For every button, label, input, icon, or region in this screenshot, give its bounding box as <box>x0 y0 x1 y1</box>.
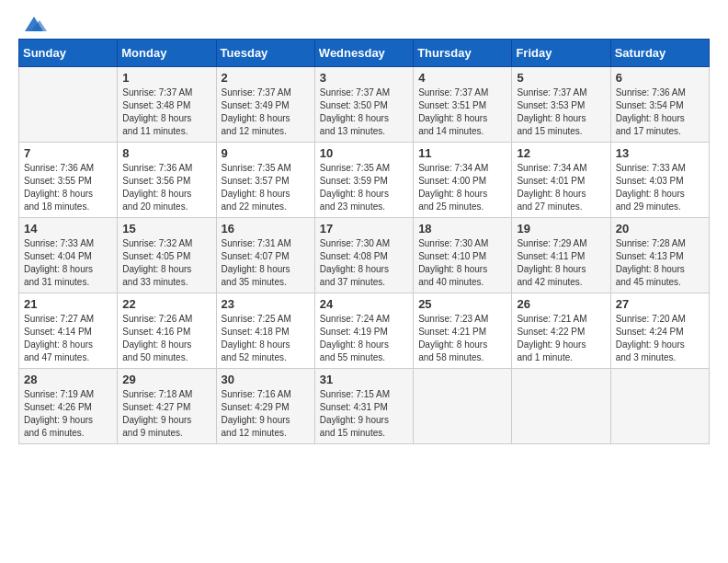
day-number: 29 <box>122 373 210 386</box>
day-number: 17 <box>320 222 408 236</box>
day-number: 24 <box>320 297 408 311</box>
calendar-table: SundayMondayTuesdayWednesdayThursdayFrid… <box>18 39 710 444</box>
calendar-cell: 11Sunrise: 7:34 AMSunset: 4:00 PMDayligh… <box>414 143 512 218</box>
calendar-cell: 5Sunrise: 7:37 AMSunset: 3:53 PMDaylight… <box>512 67 610 143</box>
calendar-cell: 2Sunrise: 7:37 AMSunset: 3:49 PMDaylight… <box>216 67 314 143</box>
day-info: Sunrise: 7:35 AMSunset: 3:57 PMDaylight:… <box>222 162 310 213</box>
calendar-cell: 1Sunrise: 7:37 AMSunset: 3:48 PMDaylight… <box>118 67 216 143</box>
calendar-cell <box>512 369 610 444</box>
day-number: 20 <box>616 222 704 236</box>
day-info: Sunrise: 7:19 AMSunset: 4:26 PMDaylight:… <box>24 388 112 440</box>
calendar-cell: 29Sunrise: 7:18 AMSunset: 4:27 PMDayligh… <box>118 369 216 444</box>
day-info: Sunrise: 7:33 AMSunset: 4:04 PMDaylight:… <box>24 237 112 289</box>
calendar-cell: 25Sunrise: 7:23 AMSunset: 4:21 PMDayligh… <box>414 293 512 369</box>
header-day-sunday: Sunday <box>19 40 118 67</box>
calendar-cell: 27Sunrise: 7:20 AMSunset: 4:24 PMDayligh… <box>610 293 709 369</box>
day-number: 8 <box>122 146 210 160</box>
day-info: Sunrise: 7:37 AMSunset: 3:49 PMDaylight:… <box>222 86 310 138</box>
day-number: 15 <box>122 222 210 236</box>
calendar-cell: 16Sunrise: 7:31 AMSunset: 4:07 PMDayligh… <box>216 218 314 293</box>
day-number: 13 <box>616 146 704 160</box>
header-day-friday: Friday <box>512 40 610 67</box>
day-number: 28 <box>24 373 112 386</box>
day-number: 27 <box>616 297 704 311</box>
calendar-cell: 23Sunrise: 7:25 AMSunset: 4:18 PMDayligh… <box>216 293 314 369</box>
day-info: Sunrise: 7:37 AMSunset: 3:50 PMDaylight:… <box>320 86 408 138</box>
calendar-cell: 8Sunrise: 7:36 AMSunset: 3:56 PMDaylight… <box>118 143 216 218</box>
calendar-cell: 21Sunrise: 7:27 AMSunset: 4:14 PMDayligh… <box>19 293 118 369</box>
day-info: Sunrise: 7:37 AMSunset: 3:51 PMDaylight:… <box>418 86 506 138</box>
day-number: 31 <box>320 373 408 386</box>
day-info: Sunrise: 7:25 AMSunset: 4:18 PMDaylight:… <box>222 313 310 364</box>
day-number: 26 <box>517 297 605 311</box>
calendar-cell: 6Sunrise: 7:36 AMSunset: 3:54 PMDaylight… <box>610 67 709 143</box>
day-info: Sunrise: 7:29 AMSunset: 4:11 PMDaylight:… <box>517 237 605 289</box>
day-info: Sunrise: 7:36 AMSunset: 3:55 PMDaylight:… <box>24 162 112 213</box>
calendar-body: 1Sunrise: 7:37 AMSunset: 3:48 PMDaylight… <box>19 67 710 444</box>
day-number: 7 <box>24 146 112 160</box>
header-day-monday: Monday <box>118 40 216 67</box>
day-info: Sunrise: 7:33 AMSunset: 4:03 PMDaylight:… <box>616 162 704 213</box>
calendar-cell: 13Sunrise: 7:33 AMSunset: 4:03 PMDayligh… <box>610 143 709 218</box>
day-info: Sunrise: 7:37 AMSunset: 3:48 PMDaylight:… <box>122 86 210 138</box>
calendar-week-5: 28Sunrise: 7:19 AMSunset: 4:26 PMDayligh… <box>19 369 710 444</box>
calendar-cell: 30Sunrise: 7:16 AMSunset: 4:29 PMDayligh… <box>216 369 314 444</box>
day-info: Sunrise: 7:31 AMSunset: 4:07 PMDaylight:… <box>222 237 310 289</box>
day-info: Sunrise: 7:37 AMSunset: 3:53 PMDaylight:… <box>517 86 605 138</box>
calendar-cell: 26Sunrise: 7:21 AMSunset: 4:22 PMDayligh… <box>512 293 610 369</box>
day-number: 3 <box>320 71 408 85</box>
calendar-cell <box>610 369 709 444</box>
day-number: 19 <box>517 222 605 236</box>
calendar-cell: 3Sunrise: 7:37 AMSunset: 3:50 PMDaylight… <box>314 67 413 143</box>
header-day-tuesday: Tuesday <box>216 40 314 67</box>
day-info: Sunrise: 7:30 AMSunset: 4:08 PMDaylight:… <box>320 237 408 289</box>
day-info: Sunrise: 7:24 AMSunset: 4:19 PMDaylight:… <box>320 313 408 364</box>
header <box>18 15 710 31</box>
calendar-week-4: 21Sunrise: 7:27 AMSunset: 4:14 PMDayligh… <box>19 293 710 369</box>
calendar-cell <box>414 369 512 444</box>
calendar-cell: 4Sunrise: 7:37 AMSunset: 3:51 PMDaylight… <box>414 67 512 143</box>
header-day-saturday: Saturday <box>610 40 709 67</box>
day-number: 16 <box>222 222 310 236</box>
calendar-cell: 22Sunrise: 7:26 AMSunset: 4:16 PMDayligh… <box>118 293 216 369</box>
day-info: Sunrise: 7:30 AMSunset: 4:10 PMDaylight:… <box>418 237 506 289</box>
calendar-cell: 28Sunrise: 7:19 AMSunset: 4:26 PMDayligh… <box>19 369 118 444</box>
day-info: Sunrise: 7:20 AMSunset: 4:24 PMDaylight:… <box>616 313 704 364</box>
calendar-cell: 20Sunrise: 7:28 AMSunset: 4:13 PMDayligh… <box>610 218 709 293</box>
day-number: 23 <box>222 297 310 311</box>
calendar-cell: 12Sunrise: 7:34 AMSunset: 4:01 PMDayligh… <box>512 143 610 218</box>
day-number: 12 <box>517 146 605 160</box>
day-info: Sunrise: 7:16 AMSunset: 4:29 PMDaylight:… <box>222 388 310 440</box>
calendar-cell: 15Sunrise: 7:32 AMSunset: 4:05 PMDayligh… <box>118 218 216 293</box>
day-number: 11 <box>418 146 506 160</box>
calendar-cell <box>19 67 118 143</box>
day-number: 14 <box>24 222 112 236</box>
day-info: Sunrise: 7:23 AMSunset: 4:21 PMDaylight:… <box>418 313 506 364</box>
calendar-cell: 17Sunrise: 7:30 AMSunset: 4:08 PMDayligh… <box>314 218 413 293</box>
calendar-cell: 10Sunrise: 7:35 AMSunset: 3:59 PMDayligh… <box>314 143 413 218</box>
day-info: Sunrise: 7:36 AMSunset: 3:56 PMDaylight:… <box>122 162 210 213</box>
header-day-wednesday: Wednesday <box>314 40 413 67</box>
day-number: 22 <box>122 297 210 311</box>
calendar-cell: 19Sunrise: 7:29 AMSunset: 4:11 PMDayligh… <box>512 218 610 293</box>
calendar-cell: 31Sunrise: 7:15 AMSunset: 4:31 PMDayligh… <box>314 369 413 444</box>
day-info: Sunrise: 7:32 AMSunset: 4:05 PMDaylight:… <box>122 237 210 289</box>
header-day-thursday: Thursday <box>414 40 512 67</box>
day-info: Sunrise: 7:21 AMSunset: 4:22 PMDaylight:… <box>517 313 605 364</box>
calendar-cell: 14Sunrise: 7:33 AMSunset: 4:04 PMDayligh… <box>19 218 118 293</box>
calendar-cell: 18Sunrise: 7:30 AMSunset: 4:10 PMDayligh… <box>414 218 512 293</box>
day-info: Sunrise: 7:34 AMSunset: 4:00 PMDaylight:… <box>418 162 506 213</box>
calendar-week-2: 7Sunrise: 7:36 AMSunset: 3:55 PMDaylight… <box>19 143 710 218</box>
calendar-cell: 7Sunrise: 7:36 AMSunset: 3:55 PMDaylight… <box>19 143 118 218</box>
logo <box>18 15 47 31</box>
day-info: Sunrise: 7:36 AMSunset: 3:54 PMDaylight:… <box>616 86 704 138</box>
calendar-header: SundayMondayTuesdayWednesdayThursdayFrid… <box>19 40 710 67</box>
day-info: Sunrise: 7:35 AMSunset: 3:59 PMDaylight:… <box>320 162 408 213</box>
day-number: 5 <box>517 71 605 85</box>
day-info: Sunrise: 7:34 AMSunset: 4:01 PMDaylight:… <box>517 162 605 213</box>
calendar-cell: 9Sunrise: 7:35 AMSunset: 3:57 PMDaylight… <box>216 143 314 218</box>
day-number: 1 <box>122 71 210 85</box>
day-number: 18 <box>418 222 506 236</box>
calendar-cell: 24Sunrise: 7:24 AMSunset: 4:19 PMDayligh… <box>314 293 413 369</box>
day-number: 10 <box>320 146 408 160</box>
